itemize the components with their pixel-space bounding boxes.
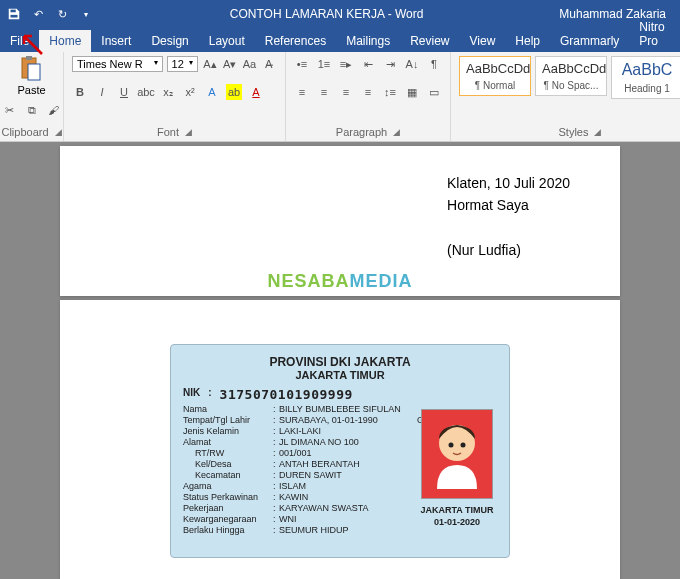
tab-nitro[interactable]: Nitro Pro (629, 16, 674, 52)
clipboard-label: Clipboard (1, 126, 48, 138)
underline-button[interactable]: U (116, 84, 132, 100)
save-icon[interactable] (6, 6, 22, 22)
doc-place-date: Klaten, 10 Juli 2020 (447, 172, 570, 194)
align-center-icon[interactable]: ≡ (316, 84, 332, 100)
font-label: Font (157, 126, 179, 138)
ktp-nik: 3175070101909999 (220, 387, 353, 402)
tab-file[interactable]: File (0, 30, 39, 52)
ktp-city: JAKARTA TIMUR (183, 369, 497, 381)
ribbon-tabs: File Home Insert Design Layout Reference… (0, 28, 680, 52)
styles-launcher[interactable]: ◢ (594, 127, 601, 137)
tab-layout[interactable]: Layout (199, 30, 255, 52)
italic-button[interactable]: I (94, 84, 110, 100)
doc-greeting: Hormat Saya (447, 194, 570, 216)
tab-grammarly[interactable]: Grammarly (550, 30, 629, 52)
paste-button[interactable]: Paste (17, 56, 45, 96)
font-color-icon[interactable]: A (248, 84, 264, 100)
document-area[interactable]: Klaten, 10 Juli 2020 Hormat Saya (Nur Lu… (0, 142, 680, 579)
page-2[interactable]: PROVINSI DKI JAKARTA JAKARTA TIMUR NIK :… (60, 300, 620, 579)
svg-rect-0 (11, 10, 16, 13)
svg-rect-4 (28, 64, 40, 80)
chevron-down-icon: ▾ (154, 58, 158, 70)
undo-icon[interactable]: ↶ (30, 6, 46, 22)
justify-icon[interactable]: ≡ (360, 84, 376, 100)
titlebar: ↶ ↻ ▾ CONTOH LAMARAN KERJA - Word Muhamm… (0, 0, 680, 28)
shading-icon[interactable]: ▦ (404, 84, 420, 100)
strike-button[interactable]: abc (138, 84, 154, 100)
tab-mailings[interactable]: Mailings (336, 30, 400, 52)
bullets-icon[interactable]: •≡ (294, 56, 310, 72)
tab-references[interactable]: References (255, 30, 336, 52)
cut-icon[interactable]: ✂ (2, 102, 18, 118)
format-painter-icon[interactable]: 🖌 (46, 102, 62, 118)
style-no-spacing[interactable]: AaBbCcDd ¶ No Spac... (535, 56, 607, 96)
font-launcher[interactable]: ◢ (185, 127, 192, 137)
svg-point-7 (461, 443, 466, 448)
tab-home[interactable]: Home (39, 30, 91, 52)
tab-view[interactable]: View (460, 30, 506, 52)
sort-icon[interactable]: A↓ (404, 56, 420, 72)
clear-format-icon[interactable]: A̶ (261, 56, 277, 72)
font-name-select[interactable]: Times New R▾ (72, 56, 163, 72)
paragraph-label: Paragraph (336, 126, 387, 138)
superscript-button[interactable]: x² (182, 84, 198, 100)
ribbon: Paste ✂ ⧉ 🖌 Clipboard◢ Times New R▾ 12▾ … (0, 52, 680, 142)
font-size-select[interactable]: 12▾ (167, 56, 199, 72)
window-title: CONTOH LAMARAN KERJA - Word (104, 7, 549, 21)
qat-more-icon[interactable]: ▾ (78, 6, 94, 22)
line-spacing-icon[interactable]: ↕≡ (382, 84, 398, 100)
ktp-card: PROVINSI DKI JAKARTA JAKARTA TIMUR NIK :… (170, 344, 510, 558)
ktp-footer-city: JAKARTA TIMUR (415, 505, 499, 517)
ktp-province: PROVINSI DKI JAKARTA (183, 355, 497, 369)
increase-indent-icon[interactable]: ⇥ (382, 56, 398, 72)
numbering-icon[interactable]: 1≡ (316, 56, 332, 72)
paragraph-launcher[interactable]: ◢ (393, 127, 400, 137)
tab-insert[interactable]: Insert (91, 30, 141, 52)
redo-icon[interactable]: ↻ (54, 6, 70, 22)
grow-font-icon[interactable]: A▴ (202, 56, 218, 72)
tell-me[interactable]: 💡 Tell me what (675, 2, 680, 52)
subscript-button[interactable]: x₂ (160, 84, 176, 100)
ktp-nik-label: NIK (183, 387, 200, 402)
ktp-footer-date: 01-01-2020 (415, 517, 499, 529)
ktp-photo (421, 409, 493, 499)
svg-rect-1 (11, 15, 18, 18)
styles-label: Styles (559, 126, 589, 138)
change-case-icon[interactable]: Aa (242, 56, 258, 72)
align-left-icon[interactable]: ≡ (294, 84, 310, 100)
tab-help[interactable]: Help (505, 30, 550, 52)
copy-icon[interactable]: ⧉ (24, 102, 40, 118)
style-heading1[interactable]: AaBbC Heading 1 (611, 56, 680, 99)
borders-icon[interactable]: ▭ (426, 84, 442, 100)
style-normal[interactable]: AaBbCcDd ¶ Normal (459, 56, 531, 96)
doc-signature: (Nur Ludfia) (447, 239, 570, 261)
page-1[interactable]: Klaten, 10 Juli 2020 Hormat Saya (Nur Lu… (60, 146, 620, 296)
multilevel-icon[interactable]: ≡▸ (338, 56, 354, 72)
clipboard-launcher[interactable]: ◢ (55, 127, 62, 137)
show-marks-icon[interactable]: ¶ (426, 56, 442, 72)
chevron-down-icon: ▾ (189, 58, 193, 70)
tab-review[interactable]: Review (400, 30, 459, 52)
text-effects-icon[interactable]: A (204, 84, 220, 100)
shrink-font-icon[interactable]: A▾ (222, 56, 238, 72)
align-right-icon[interactable]: ≡ (338, 84, 354, 100)
svg-rect-3 (26, 56, 32, 60)
highlight-icon[interactable]: ab (226, 84, 242, 100)
tab-design[interactable]: Design (141, 30, 198, 52)
svg-point-6 (449, 443, 454, 448)
bold-button[interactable]: B (72, 84, 88, 100)
decrease-indent-icon[interactable]: ⇤ (360, 56, 376, 72)
watermark: NESABAMEDIA (267, 271, 412, 292)
